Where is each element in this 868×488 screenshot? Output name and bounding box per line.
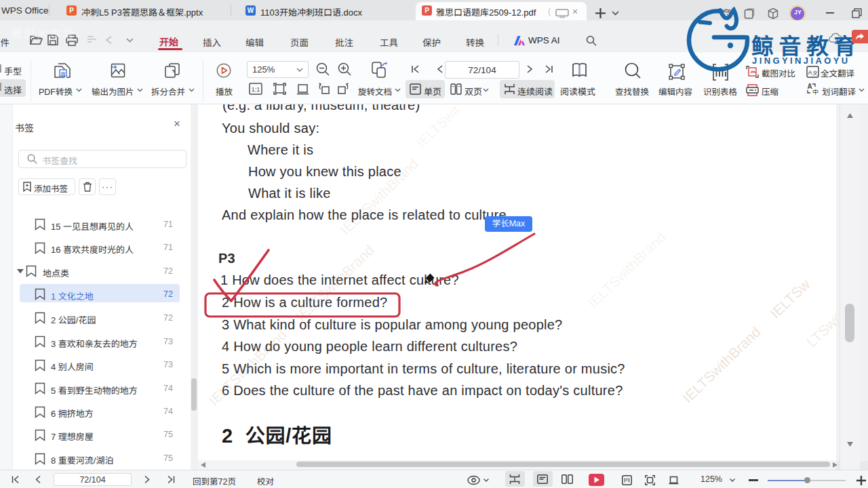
svg-text:1:1: 1:1 xyxy=(252,86,260,93)
svg-text:中: 中 xyxy=(812,89,818,96)
svg-text:JINGYINJIAOYU: JINGYINJIAOYU xyxy=(752,56,850,66)
svg-text:W: W xyxy=(61,71,66,76)
svg-text:A: A xyxy=(807,83,812,90)
